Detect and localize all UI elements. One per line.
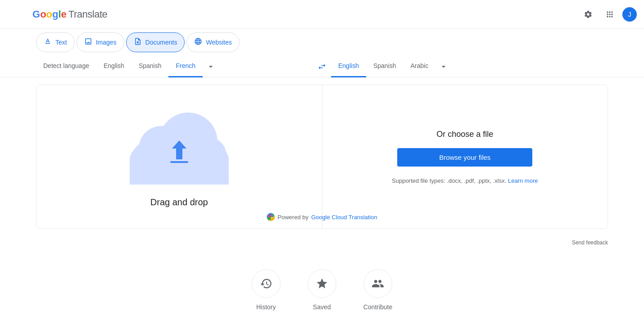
send-feedback-link[interactable]: Send feedback [572, 239, 608, 246]
tab-websites[interactable]: Websites [186, 32, 239, 52]
google-cloud-translation-link[interactable]: Google Cloud Translation [311, 214, 377, 221]
google-wordmark: Google [32, 9, 67, 20]
supported-file-types: Supported file types: .docx, .pdf, .pptx… [392, 177, 538, 184]
saved-label: Saved [313, 303, 331, 311]
chevron-down-icon [206, 62, 215, 71]
avatar[interactable]: J [622, 7, 637, 22]
or-choose-label: Or choose a file [436, 130, 493, 139]
source-lang-more-button[interactable] [203, 59, 219, 75]
app-title: Translate [68, 9, 107, 20]
file-panel: Or choose a file Browse your files Suppo… [322, 85, 608, 228]
browse-files-button[interactable]: Browse your files [397, 148, 532, 167]
google-letter-o2: o [46, 9, 52, 20]
header: Google Translate J [0, 0, 644, 29]
settings-button[interactable] [579, 5, 597, 23]
google-translate-logo[interactable]: Google Translate [32, 9, 107, 20]
google-letter-g: G [32, 9, 40, 20]
source-lang-detect[interactable]: Detect language [36, 56, 96, 77]
swap-languages-button[interactable] [313, 58, 331, 76]
contribute-label: Contribute [363, 303, 393, 311]
source-lang-spanish[interactable]: Spanish [132, 56, 169, 77]
bottom-nav: History Saved Contribute [0, 258, 644, 316]
google-letter-g2: g [52, 9, 58, 20]
nav-tabs: Text Images Documents Websites [0, 29, 644, 56]
tab-images-label: Images [96, 39, 117, 46]
hamburger-menu-button[interactable] [7, 5, 25, 23]
target-lang-arabic[interactable]: Arabic [404, 56, 436, 77]
tab-websites-label: Websites [206, 39, 231, 46]
learn-more-link[interactable]: Learn more [508, 177, 538, 184]
tab-text-label: Text [55, 39, 67, 46]
history-label: History [256, 303, 276, 311]
google-letter-o1: o [40, 9, 46, 20]
cloud-svg [121, 106, 238, 185]
source-lang-french[interactable]: French [168, 56, 203, 77]
swap-icon [317, 62, 327, 71]
document-translate-box: Drag and drop Or choose a file Browse yo… [36, 85, 608, 229]
google-cloud-icon [267, 213, 275, 221]
contribute-circle [363, 269, 392, 298]
header-left: Google Translate [7, 5, 107, 23]
people-icon [372, 277, 384, 290]
tab-documents-label: Documents [145, 39, 177, 46]
svg-rect-7 [170, 161, 188, 163]
websites-icon [194, 37, 202, 47]
target-lang-english[interactable]: English [331, 56, 366, 77]
documents-icon [134, 37, 142, 47]
bottom-nav-contribute[interactable]: Contribute [363, 269, 393, 311]
powered-by-text: Powered by [277, 214, 308, 221]
source-language-options: Detect language English Spanish French [36, 56, 313, 77]
tab-text[interactable]: Text [36, 32, 75, 52]
main-content: Drag and drop Or choose a file Browse yo… [0, 77, 644, 236]
saved-circle [308, 269, 336, 298]
target-lang-more-button[interactable] [435, 59, 452, 75]
gear-icon [584, 10, 593, 19]
apps-grid-icon [605, 10, 614, 19]
tab-documents[interactable]: Documents [126, 32, 185, 52]
header-right: J [579, 5, 637, 23]
images-icon [84, 37, 92, 47]
supported-types-text: Supported file types: .docx, .pdf, .pptx… [392, 177, 506, 184]
history-icon [260, 277, 272, 290]
star-icon [316, 277, 328, 290]
drag-drop-zone[interactable]: Drag and drop [36, 85, 322, 228]
google-apps-button[interactable] [601, 5, 619, 23]
source-lang-english[interactable]: English [96, 56, 132, 77]
cloud-upload-illustration [121, 106, 238, 186]
language-bar: Detect language English Spanish French E… [0, 56, 644, 77]
powered-by-bar: Powered by Google Cloud Translation [267, 213, 377, 221]
drag-drop-label: Drag and drop [150, 197, 208, 208]
bottom-nav-saved[interactable]: Saved [308, 269, 336, 311]
bottom-nav-history[interactable]: History [252, 269, 281, 311]
google-letter-e: e [61, 9, 67, 20]
tab-images[interactable]: Images [77, 32, 124, 52]
target-language-options: English Spanish Arabic [331, 56, 608, 77]
history-circle [252, 269, 281, 298]
text-icon [44, 37, 52, 47]
feedback-row: Send feedback [0, 236, 644, 249]
target-lang-spanish[interactable]: Spanish [366, 56, 404, 77]
chevron-down-icon [439, 62, 448, 71]
